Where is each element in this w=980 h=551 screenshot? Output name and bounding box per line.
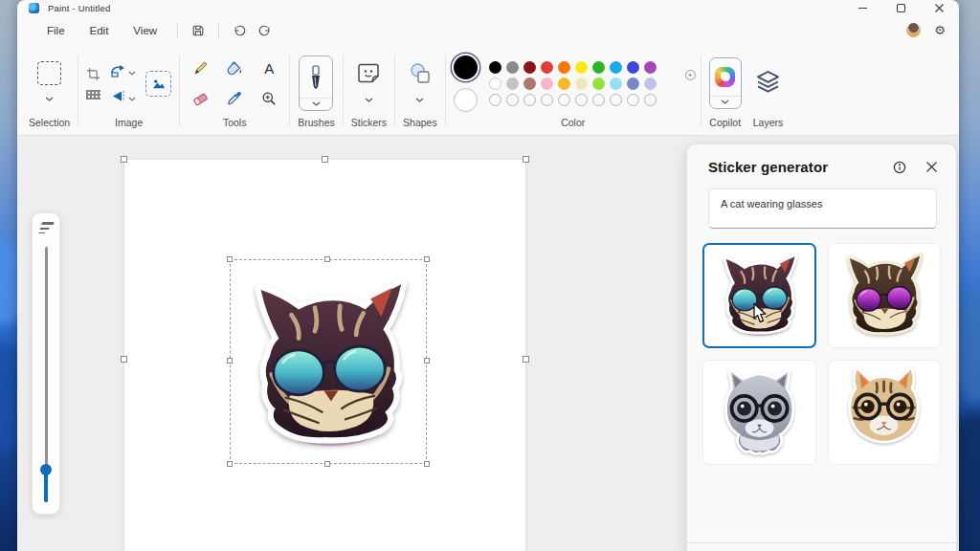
canvas-resize-handle[interactable] — [523, 156, 529, 163]
color-swatch[interactable] — [575, 77, 588, 90]
settings-gear-icon[interactable]: ⚙ — [934, 24, 946, 36]
selection-handle[interactable] — [227, 256, 233, 262]
panel-close-button[interactable] — [924, 160, 939, 175]
crop-button[interactable] — [86, 67, 100, 81]
eraser-button[interactable] — [188, 86, 212, 111]
color-label: Color — [561, 115, 585, 135]
thickness-icon — [38, 222, 55, 233]
color-swatch[interactable] — [523, 61, 536, 74]
menu-edit[interactable]: Edit — [78, 20, 122, 41]
selection-handle[interactable] — [324, 256, 330, 262]
selection-handle[interactable] — [424, 358, 430, 364]
color-picker-button[interactable] — [222, 86, 247, 111]
canvas-resize-handle[interactable] — [121, 156, 127, 163]
menubar-right: ⚙ — [906, 23, 946, 37]
color-group: + Color — [448, 50, 699, 135]
shapes-button[interactable] — [408, 61, 433, 106]
color-swatch[interactable] — [610, 61, 622, 74]
slider-thumb[interactable] — [40, 464, 52, 475]
menu-file[interactable]: File — [34, 20, 78, 41]
menu-view[interactable]: View — [121, 20, 169, 41]
color-swatch[interactable] — [644, 77, 657, 90]
canvas-resize-handle[interactable] — [322, 156, 328, 163]
empty-color-slot[interactable] — [575, 94, 588, 106]
paint-app-icon — [29, 3, 39, 13]
empty-color-slot[interactable] — [523, 94, 536, 106]
color-swatch[interactable] — [627, 61, 639, 74]
layers-button[interactable] — [755, 69, 781, 99]
redo-button[interactable] — [252, 19, 277, 42]
rotate-button[interactable] — [110, 62, 136, 79]
empty-color-slot[interactable] — [506, 94, 519, 106]
fill-button[interactable] — [222, 55, 247, 80]
selection-handle[interactable] — [227, 358, 233, 364]
color-swatch[interactable] — [558, 61, 570, 74]
color-swatch[interactable] — [592, 61, 605, 74]
color-swatch[interactable] — [610, 77, 622, 90]
brushes-button[interactable] — [299, 55, 333, 111]
toolbar: Selection — [17, 46, 959, 136]
close-button[interactable] — [932, 3, 946, 13]
empty-color-slot[interactable] — [592, 94, 605, 106]
stickers-button[interactable] — [356, 61, 381, 106]
divider — [78, 55, 78, 125]
divider — [394, 55, 395, 125]
color-palette — [489, 61, 657, 106]
copilot-button[interactable] — [709, 57, 742, 109]
drawing-canvas[interactable] — [124, 160, 525, 551]
undo-button[interactable] — [227, 19, 252, 42]
text-tool-icon: A — [264, 60, 274, 77]
sticker-option-2[interactable] — [828, 243, 942, 348]
sticker-option-3[interactable] — [702, 360, 816, 465]
empty-color-slot[interactable] — [610, 94, 622, 106]
empty-color-slot[interactable] — [489, 94, 501, 106]
canvas-resize-handle[interactable] — [523, 356, 529, 363]
foreground-color-swatch[interactable] — [454, 55, 478, 79]
save-button[interactable] — [186, 19, 211, 42]
canvas-cat-sticker[interactable] — [239, 266, 419, 461]
selection-tool-button[interactable] — [37, 61, 61, 105]
color-swatch[interactable] — [644, 61, 657, 74]
canvas-resize-handle[interactable] — [121, 356, 127, 363]
eyedropper-icon — [227, 91, 242, 106]
selection-handle[interactable] — [227, 461, 233, 467]
color-swatch[interactable] — [489, 77, 501, 90]
maximize-button[interactable] — [894, 3, 907, 13]
color-swatch[interactable] — [506, 77, 519, 90]
color-swatch[interactable] — [541, 61, 553, 74]
sticker-selection-box[interactable] — [230, 259, 427, 464]
color-swatch[interactable] — [506, 61, 519, 74]
slider-zone — [33, 243, 59, 514]
sticker-option-4[interactable] — [828, 360, 942, 465]
empty-color-slot[interactable] — [644, 94, 657, 106]
minimize-button[interactable] — [856, 3, 869, 13]
selection-handle[interactable] — [324, 461, 330, 467]
selection-handle[interactable] — [424, 256, 430, 262]
background-color-swatch[interactable] — [454, 88, 478, 112]
selection-handle[interactable] — [424, 461, 430, 467]
color-swatch[interactable] — [523, 77, 536, 90]
account-avatar[interactable] — [906, 23, 921, 37]
flip-button[interactable] — [111, 88, 136, 105]
plus-icon: + — [685, 70, 696, 80]
empty-color-slot[interactable] — [558, 94, 570, 106]
sticker-option-1[interactable] — [702, 243, 816, 348]
color-swatch[interactable] — [489, 61, 501, 74]
magnifier-button[interactable] — [256, 86, 281, 111]
color-swatch[interactable] — [575, 61, 588, 74]
color-swatch[interactable] — [558, 77, 570, 90]
color-swatch[interactable] — [592, 77, 605, 90]
empty-color-slot[interactable] — [541, 94, 553, 106]
pencil-button[interactable] — [188, 55, 212, 80]
edit-colors-button[interactable]: + — [668, 71, 693, 96]
shapes-label: Shapes — [403, 115, 437, 135]
color-swatch[interactable] — [627, 77, 639, 90]
empty-color-slot[interactable] — [627, 94, 639, 106]
brush-size-slider — [32, 212, 60, 515]
text-tool-button[interactable]: A — [256, 55, 281, 80]
background-removal-button[interactable] — [86, 90, 100, 99]
prompt-input[interactable] — [721, 198, 924, 209]
info-button[interactable] — [892, 160, 907, 175]
resize-image-button[interactable] — [145, 71, 171, 97]
color-swatch[interactable] — [541, 77, 553, 90]
